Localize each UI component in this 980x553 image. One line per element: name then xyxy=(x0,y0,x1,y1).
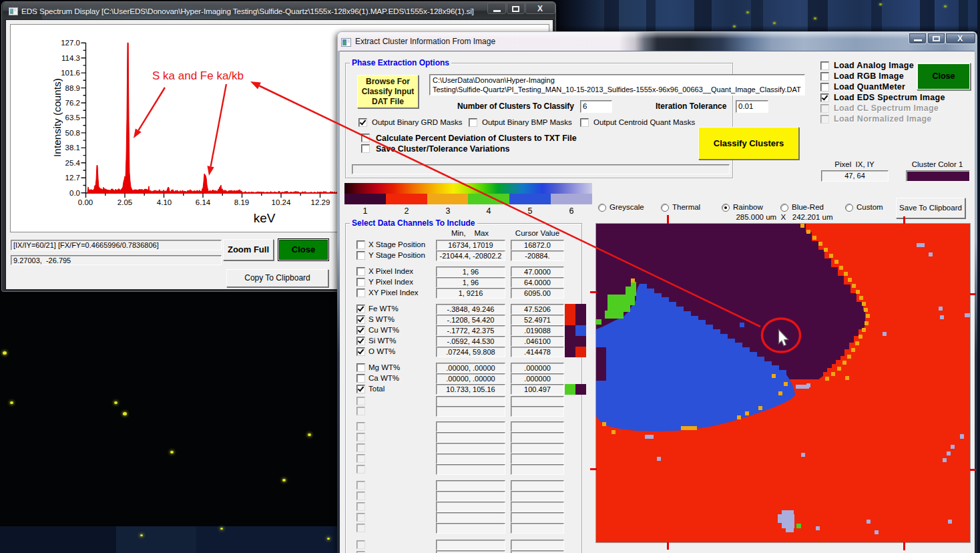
svg-text:8.19: 8.19 xyxy=(234,198,249,206)
svg-text:25.4: 25.4 xyxy=(65,159,81,167)
svg-text:0.00: 0.00 xyxy=(78,198,93,206)
svg-text:4.10: 4.10 xyxy=(157,198,172,206)
svg-text:38.1: 38.1 xyxy=(65,144,80,152)
svg-text:S ka and Fe ka/kb: S ka and Fe ka/kb xyxy=(152,69,244,82)
svg-text:keV: keV xyxy=(254,211,276,225)
svg-text:76.2: 76.2 xyxy=(65,99,80,107)
svg-text:2.05: 2.05 xyxy=(117,198,132,206)
svg-text:88.9: 88.9 xyxy=(65,84,80,92)
svg-text:50.8: 50.8 xyxy=(65,129,80,137)
svg-text:Intensity (counts): Intensity (counts) xyxy=(51,78,63,157)
svg-text:101.6: 101.6 xyxy=(61,69,80,77)
svg-text:114.3: 114.3 xyxy=(61,54,80,62)
svg-text:127.0: 127.0 xyxy=(61,39,80,47)
svg-text:63.5: 63.5 xyxy=(65,114,80,122)
svg-text:12.7: 12.7 xyxy=(65,174,80,182)
svg-text:0.0: 0.0 xyxy=(69,189,80,197)
svg-text:10.24: 10.24 xyxy=(272,198,291,206)
svg-text:6.14: 6.14 xyxy=(196,198,211,206)
svg-text:12.29: 12.29 xyxy=(311,198,330,206)
